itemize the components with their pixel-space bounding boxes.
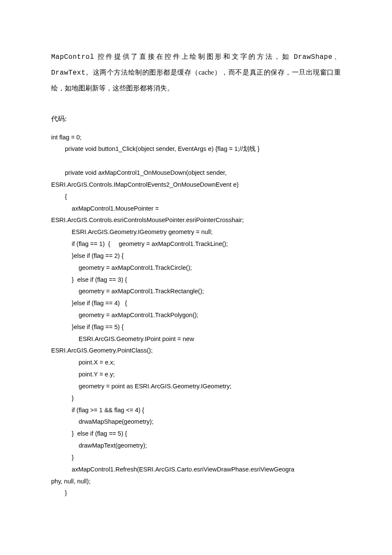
code-line: ESRI.ArcGIS.Geometry.IPoint point = new	[51, 333, 341, 345]
intro-paragraph: MapControl 控件提供了直接在控件上绘制图形和文字的方法，如 DrawS…	[51, 49, 341, 96]
code-line: }	[51, 452, 341, 464]
code-line: {	[51, 191, 341, 203]
code-line: if (flag == 1) { geometry = axMapControl…	[51, 238, 341, 250]
code-line: } else if (flag == 3) {	[51, 274, 341, 286]
intro-text-1: MapControl	[51, 53, 94, 61]
code-line: ESRI.ArcGIS.Geometry.IGeometry geometry …	[51, 226, 341, 238]
intro-text-2: 控件提供了直接在控件上绘制图形和文字的方法，如	[94, 53, 294, 60]
code-line: }	[51, 487, 341, 499]
code-line: ESRI.ArcGIS.Controls.esriControlsMousePo…	[51, 214, 341, 226]
code-line: private void axMapControl1_OnMouseDown(o…	[51, 167, 341, 179]
intro-text-6: 。这两个方法绘制的图形都是缓存（cache），而不是真正的保存，一旦出现窗口重绘…	[51, 69, 341, 92]
code-line: private void button1_Click(object sender…	[51, 143, 341, 155]
code-line: ESRI.ArcGIS.Controls.IMapControlEvents2_…	[51, 179, 341, 191]
code-label: 代码:	[51, 112, 341, 126]
code-line: phy, null, null);	[51, 476, 341, 488]
code-line: }	[51, 393, 341, 405]
code-line: geometry = axMapControl1.TrackCircle();	[51, 262, 341, 274]
code-line: if (flag >= 1 && flag <= 4) {	[51, 405, 341, 416]
code-line: }else if (flag == 5) {	[51, 321, 341, 333]
intro-text-4: 、	[332, 53, 341, 60]
code-line: geometry = axMapControl1.TrackPolygon();	[51, 309, 341, 321]
code-line: }else if (flag == 2) {	[51, 250, 341, 262]
document-page: MapControl 控件提供了直接在控件上绘制图形和文字的方法，如 DrawS…	[0, 0, 392, 525]
code-line: point.Y = e.y;	[51, 369, 341, 381]
code-line: ESRI.ArcGIS.Geometry.PointClass();	[51, 345, 341, 357]
code-line: drawMapText(geometry);	[51, 440, 341, 452]
code-line: axMapControl1.MousePointer =	[51, 203, 341, 215]
code-line: axMapControl1.Refresh(ESRI.ArcGIS.Carto.…	[51, 464, 341, 476]
code-line: } else if (flag == 5) {	[51, 428, 341, 440]
code-line: geometry = axMapControl1.TrackRectangle(…	[51, 286, 341, 298]
code-line: point.X = e.x;	[51, 357, 341, 369]
intro-text-5: DrawText	[51, 69, 86, 77]
code-line	[51, 155, 341, 167]
code-line: int flag = 0;	[51, 132, 341, 144]
code-line: }else if (flag == 4) {	[51, 298, 341, 309]
code-line: drwaMapShape(geometry);	[51, 416, 341, 428]
code-block: int flag = 0; private void button1_Click…	[51, 132, 341, 500]
intro-text-3: DrawShape	[294, 53, 332, 61]
code-line: geometry = point as ESRI.ArcGIS.Geometry…	[51, 381, 341, 393]
